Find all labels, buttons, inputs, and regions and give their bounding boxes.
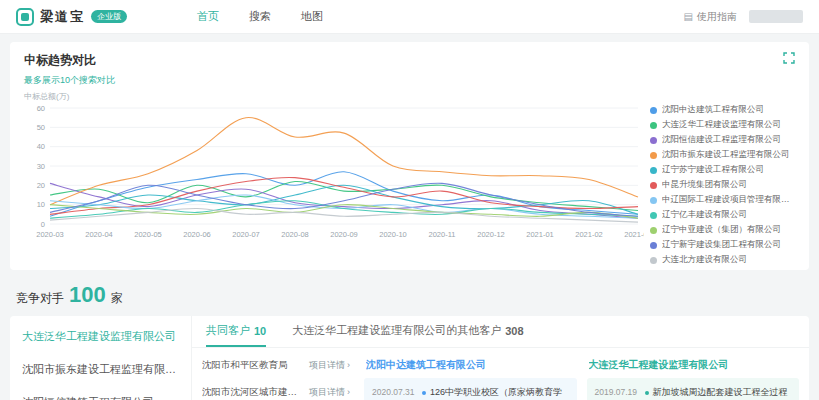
competitors-count: 100 bbox=[69, 282, 106, 308]
legend-item[interactable]: 大连泛华工程建设监理有限公司 bbox=[650, 119, 794, 131]
timeline-entry[interactable]: 2019.07.19 新加坡城周边配套建设工程全过程监理建设工程中标候选人公示监… bbox=[595, 386, 792, 400]
tab-other-clients[interactable]: 大连泛华工程建设监理有限公司的其他客户 308 bbox=[292, 316, 523, 347]
svg-text:50: 50 bbox=[37, 123, 45, 132]
series-color-dot-icon bbox=[650, 227, 657, 234]
svg-text:40: 40 bbox=[37, 142, 45, 151]
legend-label: 中辽国际工程建设项目管理有限公... bbox=[662, 194, 794, 206]
usage-guide-link[interactable]: ▤ 使用指南 bbox=[684, 10, 737, 24]
competitors-list: 大连泛华工程建设监理有限公司 沈阳市振东建设工程监理有限公司 沈阳恒信建筑工程有… bbox=[10, 316, 192, 400]
trend-line-chart[interactable]: 01020304050602020-032020-042020-052020-0… bbox=[24, 102, 644, 240]
tab-common-clients[interactable]: 共同客户 10 bbox=[206, 316, 266, 347]
svg-text:2021-02: 2021-02 bbox=[575, 230, 603, 239]
legend-item[interactable]: 中昆升境集团有限公司 bbox=[650, 179, 794, 191]
nav-item[interactable]: 首页 bbox=[197, 9, 219, 24]
chart-legend: 沈阳中达建筑工程有限公司 大连泛华工程建设监理有限公司 沈阳恒信建设工程监理有限… bbox=[644, 102, 794, 266]
brand-name: 梁道宝 bbox=[40, 8, 85, 26]
series-color-dot-icon bbox=[650, 212, 657, 219]
legend-item[interactable]: 辽宁中亚建设（集团）有限公司 bbox=[650, 224, 794, 236]
series-color-dot-icon bbox=[650, 122, 657, 129]
chevron-right-icon: › bbox=[347, 387, 350, 397]
panel-a-title[interactable]: 沈阳中达建筑工程有限公司 bbox=[366, 358, 575, 372]
brand[interactable]: 梁道宝 企业版 bbox=[16, 8, 127, 26]
top-navbar: 梁道宝 企业版 首页 搜索 地图 ▤ 使用指南 bbox=[0, 0, 819, 34]
main-nav: 首页 搜索 地图 bbox=[197, 9, 323, 24]
panel-b-entries: 2019.07.19 新加坡城周边配套建设工程全过程监理建设工程中标候选人公示监… bbox=[587, 378, 800, 400]
svg-text:2020-06: 2020-06 bbox=[183, 230, 211, 239]
entry-title: 新加坡城周边配套建设工程全过程监理建设工程中标候选人公示 bbox=[645, 387, 788, 400]
project-detail-link[interactable]: 项目详情› bbox=[309, 386, 350, 399]
competitors-heading-prefix: 竞争对手 bbox=[16, 290, 64, 307]
legend-label: 辽宁亿丰建设有限公司 bbox=[662, 209, 747, 221]
competitor-item[interactable]: 沈阳恒信建筑工程有限公司 bbox=[10, 386, 191, 400]
y-axis-label: 中标总额(万) bbox=[24, 91, 795, 102]
legend-item[interactable]: 沈阳市振东建设工程监理有限公司 bbox=[650, 149, 794, 161]
svg-text:0: 0 bbox=[41, 220, 45, 229]
legend-item[interactable]: 中辽国际工程建设项目管理有限公... bbox=[650, 194, 794, 206]
tab-label: 共同客户 bbox=[206, 323, 250, 338]
entry-title: 126中学职业校区（原家炳教育学校）整体改造施工中标结果公示 bbox=[422, 387, 562, 400]
series-color-dot-icon bbox=[650, 152, 657, 159]
panel-b-title[interactable]: 大连泛华工程建设监理有限公司 bbox=[589, 358, 798, 372]
clients-content: 沈阳市和平区教育局 项目详情› 沈阳市沈河区城市建设局 项目详情› 沈阳市沈河区… bbox=[192, 348, 809, 400]
app-logo-icon bbox=[16, 8, 34, 26]
series-color-dot-icon bbox=[650, 182, 657, 189]
client-name: 沈阳市和平区教育局 bbox=[202, 359, 288, 372]
panel-a-entries: 2020.07.31 126中学职业校区（原家炳教育学校）整体改造施工中标结果公… bbox=[364, 378, 577, 400]
timeline-dot-icon bbox=[645, 391, 649, 395]
svg-text:2020-03: 2020-03 bbox=[36, 230, 64, 239]
fullscreen-icon[interactable] bbox=[783, 52, 795, 64]
legend-item[interactable]: 大连北方建设有限公司 bbox=[650, 254, 794, 266]
user-name-redacted[interactable] bbox=[749, 10, 803, 23]
competitor-item[interactable]: 大连泛华工程建设监理有限公司 bbox=[10, 320, 191, 353]
series-color-dot-icon bbox=[650, 107, 657, 114]
legend-label: 辽宁新宇建设集团工程有限公司 bbox=[662, 239, 781, 251]
svg-text:2020-11: 2020-11 bbox=[429, 230, 456, 239]
project-detail-link[interactable]: 项目详情› bbox=[309, 359, 350, 372]
nav-item[interactable]: 地图 bbox=[301, 9, 323, 24]
competitor-item[interactable]: 沈阳市振东建设工程监理有限公司 bbox=[10, 353, 191, 386]
chevron-right-icon: › bbox=[347, 360, 350, 370]
series-color-dot-icon bbox=[650, 242, 657, 249]
book-icon: ▤ bbox=[684, 11, 693, 22]
header-right: ▤ 使用指南 bbox=[684, 10, 803, 24]
legend-label: 沈阳中达建筑工程有限公司 bbox=[662, 104, 764, 116]
legend-item[interactable]: 辽宁亿丰建设有限公司 bbox=[650, 209, 794, 221]
entry-date: 2020.07.31 bbox=[372, 386, 416, 400]
legend-label: 沈阳市振东建设工程监理有限公司 bbox=[662, 149, 790, 161]
clients-panel: 共同客户 10 大连泛华工程建设监理有限公司的其他客户 308 沈阳市和平区教育… bbox=[192, 316, 809, 400]
legend-item[interactable]: 辽宁新宇建设集团工程有限公司 bbox=[650, 239, 794, 251]
legend-label: 辽宁中亚建设（集团）有限公司 bbox=[662, 224, 781, 236]
legend-item[interactable]: 沈阳中达建筑工程有限公司 bbox=[650, 104, 794, 116]
legend-label: 大连北方建设有限公司 bbox=[662, 254, 747, 266]
entry-date: 2019.07.19 bbox=[595, 386, 639, 400]
svg-text:2020-10: 2020-10 bbox=[379, 230, 407, 239]
legend-label: 辽宁苏宁建设工程有限公司 bbox=[662, 164, 764, 176]
client-row: 沈阳市和平区教育局 项目详情› bbox=[192, 352, 360, 379]
legend-label: 中昆升境集团有限公司 bbox=[662, 179, 747, 191]
competitors-heading: 竞争对手 100 家 bbox=[16, 282, 803, 308]
svg-text:20: 20 bbox=[37, 181, 45, 190]
legend-item[interactable]: 辽宁苏宁建设工程有限公司 bbox=[650, 164, 794, 176]
main-content: 中标趋势对比 最多展示10个搜索对比 中标总额(万) 0102030405060… bbox=[0, 34, 819, 400]
edition-badge: 企业版 bbox=[91, 10, 127, 23]
client-name: 沈阳市沈河区城市建设局 bbox=[202, 386, 303, 399]
client-tabs: 共同客户 10 大连泛华工程建设监理有限公司的其他客户 308 bbox=[192, 316, 809, 348]
legend-label: 沈阳恒信建设工程监理有限公司 bbox=[662, 134, 781, 146]
app-viewport: 梁道宝 企业版 首页 搜索 地图 ▤ 使用指南 中标趋势对比 bbox=[0, 0, 819, 400]
client-row: 沈阳市沈河区城市建设局 项目详情› bbox=[192, 379, 360, 400]
trend-title: 中标趋势对比 bbox=[24, 52, 795, 69]
svg-text:2020-05: 2020-05 bbox=[134, 230, 162, 239]
panel-company-a: 沈阳中达建筑工程有限公司 2020.07.31 126中学职业校区（原家炳教育学… bbox=[364, 354, 577, 400]
legend-item[interactable]: 沈阳恒信建设工程监理有限公司 bbox=[650, 134, 794, 146]
timeline-entry[interactable]: 2020.07.31 126中学职业校区（原家炳教育学校）整体改造施工中标结果公… bbox=[372, 386, 569, 400]
nav-item[interactable]: 搜索 bbox=[249, 9, 271, 24]
clients-list: 沈阳市和平区教育局 项目详情› 沈阳市沈河区城市建设局 项目详情› 沈阳市沈河区… bbox=[192, 348, 360, 400]
svg-text:10: 10 bbox=[37, 200, 45, 209]
series-color-dot-icon bbox=[650, 167, 657, 174]
svg-text:2020-12: 2020-12 bbox=[477, 230, 505, 239]
series-color-dot-icon bbox=[650, 197, 657, 204]
svg-text:2020-07: 2020-07 bbox=[232, 230, 260, 239]
competitors-card: 大连泛华工程建设监理有限公司 沈阳市振东建设工程监理有限公司 沈阳恒信建筑工程有… bbox=[10, 316, 809, 400]
tab-count: 308 bbox=[505, 325, 523, 337]
legend-label: 大连泛华工程建设监理有限公司 bbox=[662, 119, 781, 131]
